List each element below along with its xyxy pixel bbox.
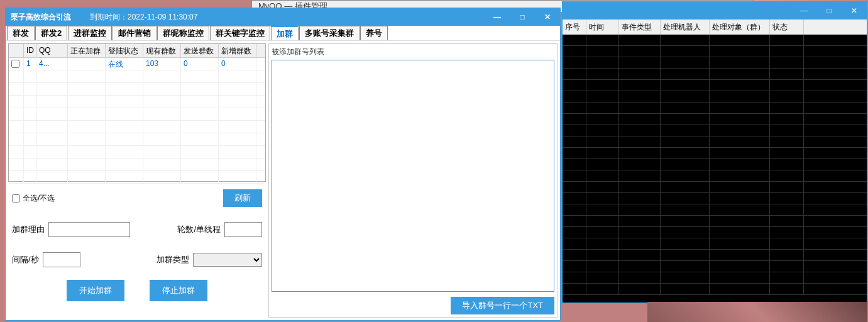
log-minimize-button[interactable]: — [791, 2, 816, 19]
log-row [563, 80, 867, 91]
row-checkbox[interactable] [11, 60, 19, 68]
account-col-header: 登陆状态 [106, 44, 143, 57]
log-row [563, 35, 867, 46]
select-all-label: 全选/不选 [23, 193, 55, 204]
table-row [9, 96, 265, 108]
table-row [9, 108, 265, 121]
log-row [563, 136, 867, 148]
log-col-header: 事件类型 [619, 19, 661, 35]
account-col-header: 现有群数 [143, 44, 181, 57]
log-row [563, 284, 867, 295]
rounds-input[interactable] [224, 222, 262, 237]
log-row [563, 69, 867, 80]
refresh-button[interactable]: 刷新 [223, 189, 262, 207]
account-col-header: 正在加群 [68, 44, 106, 57]
log-row [563, 103, 867, 114]
log-row [563, 159, 867, 170]
log-row [563, 91, 867, 103]
log-row [563, 148, 867, 159]
table-row [9, 121, 265, 133]
log-col-header: 状态 [770, 19, 804, 35]
close-button[interactable]: ✕ [535, 8, 560, 26]
log-row [563, 227, 867, 238]
log-col-header: 时间 [586, 19, 619, 35]
log-row [563, 182, 867, 193]
account-table: IDQQ正在加群登陆状态现有群数发送群数新增群数 14...在线10300 [8, 43, 266, 182]
account-col-header: 发送群数 [181, 44, 219, 57]
interval-label: 间隔/秒 [12, 254, 39, 265]
reason-input[interactable] [48, 222, 130, 237]
rounds-label: 轮数/单线程 [177, 224, 221, 235]
tab-6[interactable]: 加群 [271, 26, 299, 40]
log-row [563, 57, 867, 69]
account-col-header [9, 44, 24, 57]
account-col-header: 新增群数 [219, 44, 256, 57]
tab-7[interactable]: 多账号采集群 [299, 26, 360, 40]
interval-input[interactable] [43, 252, 80, 267]
select-all-checkbox[interactable] [12, 194, 20, 203]
table-row [9, 70, 265, 83]
log-row [563, 261, 867, 272]
log-close-button[interactable]: ✕ [842, 2, 867, 19]
log-row [563, 193, 867, 204]
group-list-label: 被添加群号列表 [272, 47, 554, 57]
maximize-button[interactable]: □ [510, 8, 535, 26]
account-col-header: ID [24, 44, 36, 57]
tab-8[interactable]: 养号 [360, 26, 388, 40]
import-button[interactable]: 导入群号一行一个TXT [451, 297, 554, 314]
log-maximize-button[interactable]: □ [816, 2, 842, 19]
log-row [563, 125, 867, 136]
tab-0[interactable]: 群发 [7, 26, 35, 40]
log-row [563, 272, 867, 284]
tab-5[interactable]: 群关键字监控 [210, 26, 270, 40]
type-label: 加群类型 [157, 254, 189, 265]
app-title: 栗子高效综合引流 [11, 12, 71, 23]
log-col-header: 序号 [563, 19, 586, 35]
tab-4[interactable]: 群昵称监控 [157, 26, 209, 40]
tab-bar: 群发群发2进群监控邮件营销群昵称监控群关键字监控加群多账号采集群养号 [6, 26, 560, 41]
log-row [563, 250, 867, 261]
group-list-textarea[interactable] [272, 60, 554, 292]
start-button[interactable]: 开始加群 [67, 280, 124, 301]
log-row [563, 204, 867, 216]
expire-label: 到期时间：2022-11-09 11:30:07 [90, 12, 197, 23]
titlebar: 栗子高效综合引流 到期时间：2022-11-09 11:30:07 — □ ✕ [6, 8, 560, 26]
log-col-header: 处理对象（群） [710, 19, 770, 35]
table-row [9, 146, 265, 158]
tab-1[interactable]: 群发2 [35, 26, 67, 40]
table-row [9, 83, 265, 96]
table-row[interactable]: 14...在线10300 [9, 58, 265, 70]
table-row [9, 158, 265, 171]
minimize-button[interactable]: — [485, 8, 510, 26]
log-row [563, 114, 867, 125]
table-row [9, 171, 265, 184]
log-row [563, 216, 867, 227]
log-col-header: 处理机器人 [661, 19, 710, 35]
tab-2[interactable]: 进群监控 [68, 26, 112, 40]
log-row [563, 238, 867, 250]
reason-label: 加群理由 [12, 224, 45, 235]
main-window: 栗子高效综合引流 到期时间：2022-11-09 11:30:07 — □ ✕ … [5, 8, 561, 321]
tab-3[interactable]: 邮件营销 [113, 26, 157, 40]
account-col-header: QQ [36, 44, 68, 57]
type-select[interactable] [193, 253, 262, 267]
log-row [563, 46, 867, 57]
log-row [563, 170, 867, 182]
stop-button[interactable]: 停止加群 [150, 280, 207, 301]
table-row [9, 133, 265, 146]
log-window: — □ ✕ 序号时间事件类型处理机器人处理对象（群）状态 [562, 1, 867, 303]
